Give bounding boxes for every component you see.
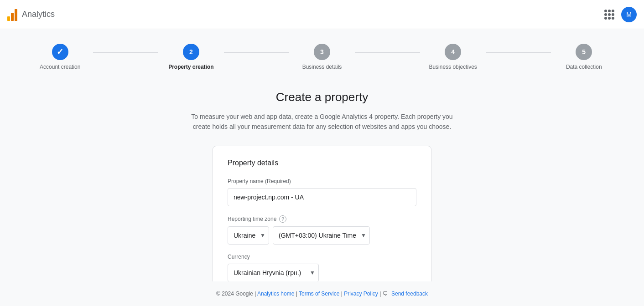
reporting-timezone-label: Reporting time zone	[228, 216, 276, 222]
logo-bar-2	[11, 13, 14, 21]
header-right: M	[601, 6, 637, 23]
currency-select[interactable]: Ukrainian Hryvnia (грн.)	[228, 264, 319, 282]
currency-select-wrap: Ukrainian Hryvnia (грн.) ▼	[228, 264, 319, 282]
user-avatar[interactable]: M	[621, 7, 637, 22]
header-left: Analytics	[7, 8, 55, 21]
country-select-wrap: Ukraine ▼	[228, 226, 269, 245]
help-icon[interactable]: ?	[279, 215, 286, 223]
connector-1-2	[93, 52, 159, 53]
step-circle-3: 3	[314, 44, 330, 60]
analytics-home-link[interactable]: Analytics home	[257, 291, 294, 297]
page-subtitle: To measure your web and app data, create…	[190, 112, 454, 132]
currency-section: Currency Ukrainian Hryvnia (грн.) ▼	[228, 254, 416, 282]
step-data-collection: 5 Data collection	[551, 44, 617, 70]
step-label-4: Business objectives	[429, 64, 477, 70]
step-label-1: Account creation	[40, 64, 80, 70]
app-title: Analytics	[22, 10, 55, 19]
step-business-objectives: 4 Business objectives	[420, 44, 486, 70]
main-content: Create a property To measure your web an…	[0, 81, 644, 306]
connector-3-4	[355, 52, 421, 53]
step-property-creation: 2 Property creation	[158, 44, 224, 70]
property-name-label: Property name (Required)	[228, 178, 416, 184]
reporting-timezone-section: Reporting time zone ? Ukraine ▼ (GMT+03:…	[228, 215, 416, 245]
send-feedback-link[interactable]: Send feedback	[391, 291, 428, 297]
terms-of-service-link[interactable]: Terms of Service	[299, 291, 339, 297]
step-circle-4: 4	[445, 44, 461, 60]
step-circle-2: 2	[183, 44, 199, 60]
page-title: Create a property	[276, 90, 368, 104]
timezone-label-row: Reporting time zone ?	[228, 215, 416, 223]
timezone-selects: Ukraine ▼ (GMT+03:00) Ukraine Time ▼	[228, 226, 416, 245]
copyright: © 2024 Google	[216, 291, 253, 297]
step-business-details: 3 Business details	[289, 44, 355, 70]
apps-grid-button[interactable]	[601, 6, 618, 23]
timezone-select[interactable]: (GMT+03:00) Ukraine Time	[273, 226, 370, 245]
logo-bar-1	[7, 16, 10, 21]
step-label-2: Property creation	[168, 64, 213, 70]
timezone-select-wrap: (GMT+03:00) Ukraine Time ▼	[273, 226, 370, 245]
property-name-field: Property name (Required)	[228, 178, 416, 206]
currency-label: Currency	[228, 254, 416, 260]
grid-dots-icon	[604, 10, 614, 20]
property-name-input[interactable]	[228, 188, 416, 206]
setup-stepper: ✓ Account creation 2 Property creation 3…	[0, 29, 644, 81]
privacy-policy-link[interactable]: Privacy Policy	[344, 291, 378, 297]
connector-4-5	[486, 52, 551, 53]
logo-bar-3	[15, 9, 17, 21]
country-select[interactable]: Ukraine	[228, 226, 269, 245]
feedback-icon: 🗨	[383, 291, 388, 297]
step-label-5: Data collection	[566, 64, 602, 70]
analytics-logo	[7, 8, 17, 21]
footer: © 2024 Google | Analytics home | Terms o…	[0, 281, 644, 306]
step-label-3: Business details	[302, 64, 342, 70]
header: Analytics M	[0, 0, 644, 29]
step-circle-5: 5	[576, 44, 592, 60]
connector-2-3	[224, 52, 290, 53]
step-account-creation: ✓ Account creation	[27, 44, 93, 70]
card-title: Property details	[228, 159, 416, 167]
step-circle-1: ✓	[52, 44, 68, 60]
